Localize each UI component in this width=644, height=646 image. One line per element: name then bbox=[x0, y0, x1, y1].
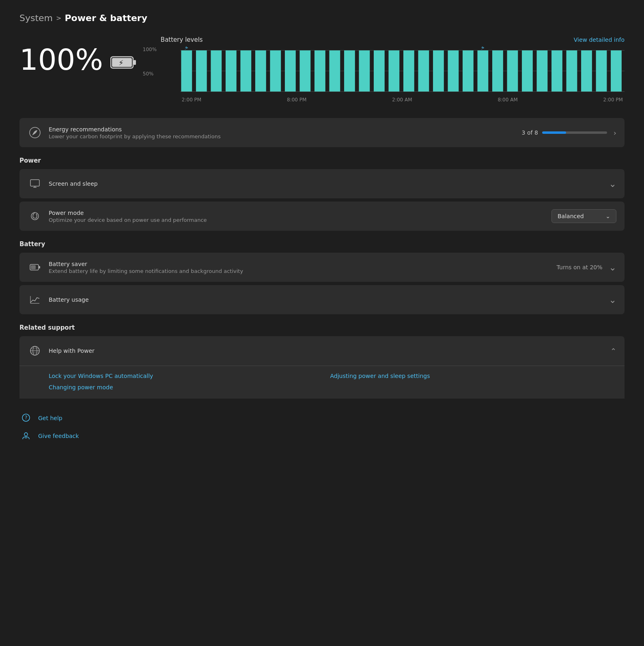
energy-rec-right: 3 of 8 › bbox=[522, 129, 616, 137]
view-detailed-link[interactable]: View detailed info bbox=[574, 36, 625, 43]
svg-rect-8 bbox=[196, 50, 207, 92]
help-with-power-text: Help with Power bbox=[49, 348, 604, 354]
battery-saver-svg-icon bbox=[29, 262, 41, 273]
breadcrumb: System > Power & battery bbox=[19, 13, 625, 23]
svg-rect-15 bbox=[299, 50, 310, 92]
battery-percentage-area: 100% ⚡ bbox=[19, 34, 136, 77]
svg-point-44 bbox=[31, 212, 39, 220]
svg-rect-21 bbox=[388, 50, 399, 92]
x-label-1: 8:00 PM bbox=[287, 97, 306, 103]
chat-bubble-icon: ? bbox=[21, 413, 31, 423]
svg-text:⚡: ⚡ bbox=[480, 47, 485, 51]
svg-rect-7 bbox=[181, 50, 192, 92]
svg-rect-36 bbox=[611, 50, 622, 92]
energy-rec-sublabel: Lower your carbon footprint by applying … bbox=[49, 133, 515, 140]
power-mode-sublabel: Optimize your device based on power use … bbox=[49, 217, 545, 223]
give-feedback-icon bbox=[19, 429, 32, 442]
globe-icon bbox=[30, 346, 40, 356]
battery-usage-chevron: ⌄ bbox=[609, 295, 616, 305]
top-section: 100% ⚡ Battery levels View detailed info… bbox=[19, 34, 625, 103]
progress-bar-fill bbox=[542, 131, 566, 134]
battery-svg-icon: ⚡ bbox=[110, 55, 136, 70]
svg-rect-14 bbox=[285, 50, 296, 92]
battery-percentage-value: 100% bbox=[19, 43, 103, 77]
energy-recommendations-card[interactable]: Energy recommendations Lower your carbon… bbox=[19, 118, 625, 147]
svg-rect-47 bbox=[31, 265, 36, 269]
help-icon bbox=[28, 343, 42, 358]
chart-header: Battery levels View detailed info bbox=[161, 36, 625, 43]
screen-sleep-row[interactable]: Screen and sleep ⌄ bbox=[19, 169, 625, 198]
svg-rect-35 bbox=[596, 50, 607, 92]
breadcrumb-current: Power & battery bbox=[65, 13, 147, 23]
x-label-0: 2:00 PM bbox=[182, 97, 201, 103]
battery-pct-display: 100% ⚡ bbox=[19, 43, 136, 77]
battery-icon: ⚡ bbox=[110, 43, 136, 77]
svg-rect-24 bbox=[433, 50, 444, 92]
svg-text:?: ? bbox=[25, 415, 27, 421]
energy-rec-label: Energy recommendations bbox=[49, 126, 515, 133]
chart-y-labels: 100% 50% bbox=[143, 47, 157, 95]
svg-text:⚡: ⚡ bbox=[118, 58, 124, 67]
power-mode-icon bbox=[28, 209, 42, 223]
help-with-power-row[interactable]: Help with Power ⌃ bbox=[19, 336, 625, 366]
battery-saver-text-area: Battery saver Extend battery life by lim… bbox=[49, 261, 550, 274]
progress-text: 3 of 8 bbox=[522, 129, 538, 136]
svg-text:⚡: ⚡ bbox=[184, 47, 189, 51]
give-feedback-row[interactable]: Give feedback bbox=[19, 429, 625, 442]
svg-rect-33 bbox=[566, 50, 577, 92]
chart-x-labels: 2:00 PM 8:00 PM 2:00 AM 8:00 AM 2:00 PM bbox=[180, 97, 625, 103]
chart-title: Battery levels bbox=[161, 36, 203, 43]
get-help-label[interactable]: Get help bbox=[38, 415, 62, 421]
give-feedback-label[interactable]: Give feedback bbox=[38, 433, 79, 439]
get-help-row[interactable]: ? Get help bbox=[19, 412, 625, 425]
svg-rect-1 bbox=[134, 60, 136, 65]
svg-rect-41 bbox=[30, 180, 39, 186]
screen-sleep-icon bbox=[28, 176, 42, 191]
battery-usage-icon bbox=[28, 292, 42, 307]
get-help-icon: ? bbox=[19, 412, 32, 425]
power-mode-value: Balanced bbox=[558, 213, 584, 219]
power-mode-label: Power mode bbox=[49, 210, 545, 216]
help-link-changing-power-mode[interactable]: Changing power mode bbox=[49, 384, 314, 391]
bottom-links: ? Get help Give feedback bbox=[19, 412, 625, 442]
chevron-down-icon: ⌄ bbox=[605, 213, 610, 219]
svg-rect-18 bbox=[344, 50, 355, 92]
energy-rec-icon bbox=[28, 125, 42, 140]
battery-section-header: Battery bbox=[19, 240, 625, 248]
battery-saver-status: Turns on at 20% bbox=[557, 264, 603, 270]
svg-rect-34 bbox=[581, 50, 592, 92]
battery-usage-card[interactable]: Battery usage ⌄ bbox=[19, 285, 625, 314]
energy-rec-text: Energy recommendations Lower your carbon… bbox=[49, 126, 515, 140]
power-mode-svg-icon bbox=[30, 211, 40, 221]
screen-sleep-chevron: ⌄ bbox=[609, 179, 616, 189]
battery-saver-card[interactable]: Battery saver Extend battery life by lim… bbox=[19, 253, 625, 282]
person-icon bbox=[21, 431, 31, 441]
battery-saver-row[interactable]: Battery saver Extend battery life by lim… bbox=[19, 253, 625, 282]
power-section-header: Power bbox=[19, 157, 625, 164]
svg-rect-25 bbox=[448, 50, 459, 92]
battery-chart-section: Battery levels View detailed info 100% 5… bbox=[161, 36, 625, 103]
svg-rect-12 bbox=[255, 50, 266, 92]
svg-rect-31 bbox=[536, 50, 547, 92]
svg-rect-46 bbox=[39, 266, 40, 268]
breadcrumb-parent[interactable]: System bbox=[19, 13, 53, 23]
monitor-icon bbox=[30, 178, 40, 189]
chart-svg: ⚡ ⚡ bbox=[180, 47, 625, 95]
chevron-right-icon: › bbox=[614, 129, 616, 137]
svg-rect-17 bbox=[329, 50, 340, 92]
x-label-4: 2:00 PM bbox=[603, 97, 623, 103]
related-support-header: Related support bbox=[19, 324, 625, 331]
svg-rect-9 bbox=[211, 50, 222, 92]
screen-sleep-card[interactable]: Screen and sleep ⌄ bbox=[19, 169, 625, 198]
help-link-adjusting-power[interactable]: Adjusting power and sleep settings bbox=[330, 373, 596, 379]
power-mode-dropdown[interactable]: Balanced ⌄ bbox=[551, 209, 616, 223]
battery-chart: ⚡ ⚡ 2:00 PM 8:00 PM 2:00 AM 8:00 AM 2:00… bbox=[180, 47, 625, 103]
svg-point-57 bbox=[24, 433, 28, 436]
battery-saver-label: Battery saver bbox=[49, 261, 550, 267]
svg-rect-26 bbox=[463, 50, 474, 92]
energy-rec-row[interactable]: Energy recommendations Lower your carbon… bbox=[19, 118, 625, 147]
y-label-50: 50% bbox=[143, 71, 157, 77]
battery-usage-row[interactable]: Battery usage ⌄ bbox=[19, 285, 625, 314]
help-link-lock-pc[interactable]: Lock your Windows PC automatically bbox=[49, 373, 314, 379]
help-links-area: Lock your Windows PC automatically Adjus… bbox=[19, 366, 625, 399]
